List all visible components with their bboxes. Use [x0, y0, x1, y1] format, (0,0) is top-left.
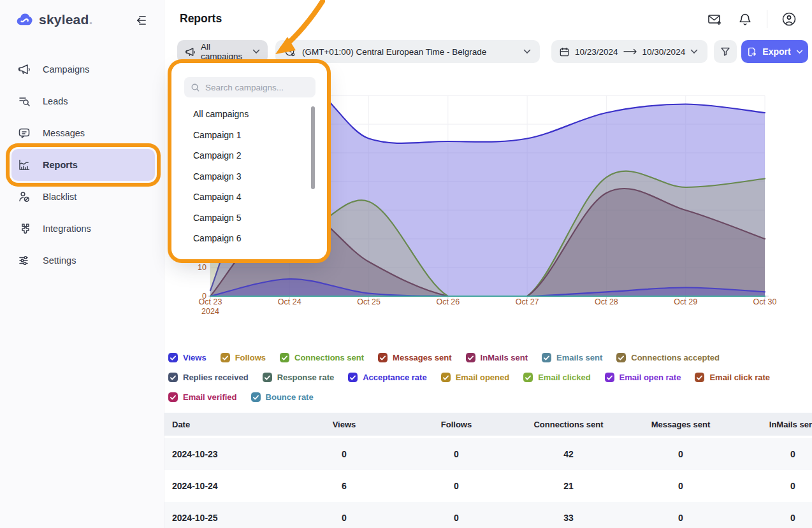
campaign-option[interactable]: Campaign 4	[173, 187, 326, 208]
legend-checkbox[interactable]	[441, 373, 451, 382]
legend-item-email-verified[interactable]: Email verified	[168, 390, 237, 404]
check-icon	[170, 375, 176, 380]
legend-checkbox[interactable]	[263, 373, 272, 382]
chart-legend: ViewsFollowsConnections sentMessages sen…	[168, 351, 806, 404]
table-cell: 33	[512, 513, 625, 523]
legend-item-bounce-rate[interactable]: Bounce rate	[251, 390, 314, 404]
campaign-option[interactable]: Campaign 5	[173, 208, 326, 229]
timezone-select[interactable]: (GMT+01:00) Central European Time - Belg…	[275, 40, 540, 63]
sidebar-menu: CampaignsLeadsMessagesReportsBlacklistIn…	[0, 54, 164, 276]
sidebar-item-settings[interactable]: Settings	[11, 245, 155, 276]
legend-item-email-opened[interactable]: Email opened	[441, 371, 510, 384]
legend-item-email-click-rate[interactable]: Email click rate	[695, 371, 770, 384]
svg-text:Oct 26: Oct 26	[436, 297, 460, 306]
legend-label: Email verified	[183, 392, 237, 402]
sidebar-item-integrations[interactable]: Integrations	[11, 213, 155, 245]
legend-item-email-clicked[interactable]: Email clicked	[523, 371, 590, 384]
sidebar-item-label: Messages	[43, 128, 85, 138]
table-header-cell: Follows	[400, 420, 512, 429]
header-divider	[767, 10, 767, 28]
export-label: Export	[762, 46, 790, 57]
legend-item-connections-accepted[interactable]: Connections accepted	[616, 351, 720, 364]
legend-checkbox[interactable]	[251, 392, 261, 402]
sidebar-item-blacklist[interactable]: Blacklist	[11, 181, 155, 213]
notifications-bell-icon[interactable]	[736, 10, 754, 28]
svg-text:0: 0	[202, 292, 207, 301]
campaign-option[interactable]: Campaign 6	[173, 228, 326, 249]
dropdown-scrollbar[interactable]	[311, 106, 315, 189]
table-cell: 42	[512, 449, 625, 459]
legend-label: Connections accepted	[631, 353, 720, 362]
legend-item-views[interactable]: Views	[168, 351, 207, 364]
svg-text:Oct 27: Oct 27	[516, 297, 539, 306]
sidebar-collapse-icon[interactable]	[133, 13, 149, 28]
campaign-search-input[interactable]	[205, 83, 307, 92]
legend-checkbox[interactable]	[695, 373, 704, 382]
table-header-cell: Views	[288, 420, 400, 429]
campaign-selector-button[interactable]: All campaigns	[177, 40, 268, 63]
sidebar-item-label: Integrations	[43, 224, 91, 234]
export-file-icon	[746, 46, 757, 57]
filter-button[interactable]	[714, 40, 737, 63]
campaign-search-box	[184, 77, 315, 97]
legend-item-messages-sent[interactable]: Messages sent	[378, 351, 452, 364]
table-cell: 0	[288, 449, 400, 459]
legend-checkbox[interactable]	[168, 373, 178, 382]
sidebar-item-leads[interactable]: Leads	[11, 85, 155, 117]
table-cell: 0	[400, 513, 512, 523]
table-cell: 6	[288, 481, 400, 491]
sidebar-item-label: Reports	[43, 160, 78, 170]
sidebar-item-messages[interactable]: Messages	[11, 117, 155, 149]
legend-checkbox[interactable]	[523, 373, 533, 382]
legend-item-connections-sent[interactable]: Connections sent	[280, 351, 364, 364]
skylead-app: 010203040506070Oct 232024Oct 24Oct 25Oct…	[0, 0, 812, 528]
date-range-picker[interactable]: 10/23/2024 10/30/2024	[551, 40, 707, 63]
check-icon	[253, 395, 259, 400]
date-to: 10/30/2024	[642, 47, 686, 57]
skylead-logo[interactable]: skylead.	[15, 9, 152, 31]
legend-item-email-open-rate[interactable]: Email open rate	[605, 371, 681, 384]
check-icon	[265, 375, 270, 380]
legend-checkbox[interactable]	[348, 373, 358, 382]
legend-label: Follows	[235, 353, 266, 362]
export-button[interactable]: Export	[741, 40, 808, 63]
table-cell: 2024-10-25	[164, 513, 288, 523]
check-icon	[170, 355, 176, 360]
legend-checkbox[interactable]	[280, 353, 289, 362]
legend-checkbox[interactable]	[221, 353, 230, 362]
legend-checkbox[interactable]	[168, 392, 178, 402]
legend-item-acceptance-rate[interactable]: Acceptance rate	[348, 371, 426, 384]
mail-plus-icon[interactable]	[706, 10, 723, 28]
legend-checkbox[interactable]	[542, 353, 551, 362]
sliders-icon	[17, 253, 31, 268]
check-icon	[350, 375, 356, 380]
legend-item-follows[interactable]: Follows	[221, 351, 266, 364]
sidebar-item-reports[interactable]: Reports	[11, 149, 155, 181]
table-header-cell: Date	[164, 420, 288, 429]
svg-text:Oct 30: Oct 30	[753, 297, 777, 306]
legend-item-inmails-sent[interactable]: InMails sent	[466, 351, 528, 364]
check-icon	[170, 395, 176, 400]
legend-checkbox[interactable]	[466, 353, 475, 362]
campaign-option[interactable]: All campaigns	[173, 104, 326, 125]
legend-item-replies-received[interactable]: Replies received	[168, 371, 249, 384]
campaign-option[interactable]: Campaign 1	[173, 125, 326, 146]
table-row: 2024-10-25003300	[164, 502, 812, 528]
account-avatar-icon[interactable]	[780, 10, 798, 28]
campaign-option[interactable]: Campaign 3	[173, 166, 326, 187]
table-cell: 0	[400, 481, 512, 491]
legend-checkbox[interactable]	[168, 353, 178, 362]
table-row: 2024-10-23004200	[164, 438, 812, 470]
campaign-option[interactable]: Campaign 2	[173, 145, 326, 166]
sidebar-item-label: Blacklist	[43, 192, 76, 202]
legend-checkbox[interactable]	[605, 373, 614, 382]
legend-label: Email clicked	[538, 373, 590, 382]
legend-item-emails-sent[interactable]: Emails sent	[542, 351, 602, 364]
legend-checkbox[interactable]	[616, 353, 626, 362]
sidebar-item-campaigns[interactable]: Campaigns	[11, 54, 155, 85]
table-cell: 0	[737, 513, 812, 523]
legend-checkbox[interactable]	[378, 353, 388, 362]
legend-label: Response rate	[277, 373, 335, 382]
sidebar-item-label: Settings	[43, 255, 76, 266]
legend-item-response-rate[interactable]: Response rate	[263, 371, 335, 384]
